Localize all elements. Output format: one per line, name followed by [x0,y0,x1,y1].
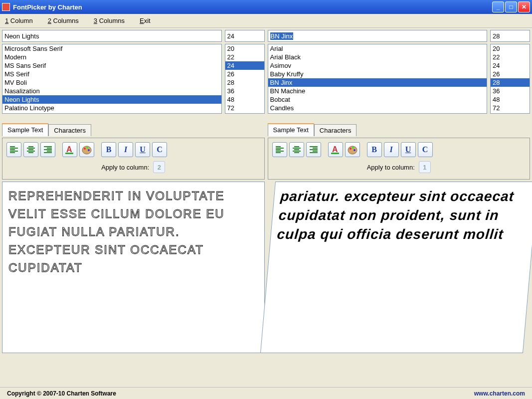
list-item[interactable]: 24 [225,61,264,70]
case-button[interactable]: C [152,142,167,157]
list-item[interactable]: Asimov [268,61,487,70]
svg-rect-28 [294,149,299,150]
svg-rect-12 [44,149,52,150]
list-item[interactable]: 48 [225,95,264,104]
list-item[interactable]: Arial [268,44,487,53]
menu-exit[interactable]: Exit [140,17,151,24]
list-item[interactable]: Candles [268,104,487,112]
list-item[interactable]: 48 [491,95,530,104]
font-color-icon[interactable]: A [62,142,77,157]
apply-label: Apply to column: [367,164,415,171]
svg-rect-33 [310,149,318,150]
list-item[interactable]: 26 [491,70,530,78]
svg-rect-8 [27,151,35,152]
list-item[interactable]: 22 [225,53,264,61]
svg-text:A: A [66,145,72,154]
italic-button[interactable]: I [384,142,399,157]
font-color-icon[interactable]: A [328,142,343,157]
palette-icon[interactable] [79,142,94,157]
copyright-text: Copyright © 2007-10 Charten Software [7,390,474,397]
list-item[interactable]: Palatino Linotype [2,104,221,112]
list-item[interactable]: Neon Lights [2,95,221,104]
list-item[interactable]: BN Jinx [268,78,487,87]
tab-characters[interactable]: Characters [314,124,357,136]
svg-rect-0 [10,146,15,147]
svg-rect-6 [27,148,35,149]
list-item[interactable]: 26 [225,70,264,78]
italic-button[interactable]: I [118,142,133,157]
menu-2-columns[interactable]: 2 Columns [48,17,79,24]
list-item[interactable]: Arial Black [268,53,487,61]
close-button[interactable]: ✕ [518,1,530,12]
list-item[interactable]: 20 [491,44,530,53]
svg-rect-4 [10,152,15,153]
tab-characters[interactable]: Characters [48,124,91,136]
svg-point-18 [84,148,86,150]
preview-area[interactable]: reprehenderit in voluptate velit esse ci… [2,182,265,353]
svg-rect-27 [293,148,301,149]
list-item[interactable]: Baby Kruffy [268,70,487,78]
font-list[interactable]: ArialArial BlackAsimovBaby KruffyBN Jinx… [268,44,488,114]
svg-rect-29 [293,151,301,152]
svg-rect-16 [65,153,73,154]
website-url[interactable]: www.charten.com [474,390,525,397]
svg-rect-31 [310,146,318,147]
align-center-icon[interactable] [289,142,304,157]
underline-button[interactable]: U [135,142,150,157]
menu-3-columns[interactable]: 3 Columns [94,17,125,24]
window-title: FontPicker by Charten [13,3,492,11]
minimize-button[interactable]: _ [492,1,504,12]
list-item[interactable]: 22 [491,53,530,61]
list-item[interactable]: 72 [225,104,264,112]
size-list[interactable]: 2022242628364872 [225,44,265,114]
svg-rect-3 [10,151,18,152]
maximize-button[interactable]: □ [505,1,517,12]
align-right-icon[interactable] [40,142,55,157]
list-item[interactable]: 36 [491,87,530,95]
tab-sample-text[interactable]: Sample Text [268,123,314,136]
bold-button[interactable]: B [367,142,382,157]
svg-point-19 [86,147,88,149]
svg-rect-1 [10,148,18,149]
list-item[interactable]: Microsoft Sans Serif [2,44,221,53]
case-button[interactable]: C [418,142,433,157]
align-left-icon[interactable] [272,142,287,157]
align-right-icon[interactable] [306,142,321,157]
list-item[interactable]: Nasalization [2,87,221,95]
list-item[interactable]: 28 [491,78,530,87]
list-item[interactable]: Bobcat [268,95,487,104]
list-item[interactable]: MS Serif [2,70,221,78]
svg-rect-37 [331,153,339,154]
list-item[interactable]: 72 [491,104,530,112]
svg-rect-14 [44,152,52,153]
font-list[interactable]: Microsoft Sans SerifModernMS Sans SerifM… [2,44,222,114]
palette-icon[interactable] [345,142,360,157]
svg-rect-35 [310,152,318,153]
font-size-input[interactable] [490,30,530,42]
align-center-icon[interactable] [23,142,38,157]
svg-point-41 [354,149,355,151]
size-list[interactable]: 2022242628364872 [490,44,530,114]
list-item[interactable]: Modern [2,53,221,61]
list-item[interactable]: 28 [225,78,264,87]
font-name-input[interactable]: BN Jinx [268,30,488,42]
menu-1-column[interactable]: 1 Column [5,17,33,24]
font-size-input[interactable] [225,30,265,42]
apply-column-button[interactable]: 2 [153,161,165,173]
list-item[interactable]: BN Machine [268,87,487,95]
bold-button[interactable]: B [101,142,116,157]
list-item[interactable]: MV Boli [2,78,221,87]
svg-rect-10 [44,146,52,147]
preview-area[interactable]: pariatur. Excepteur sint occaecat cupida… [260,182,532,353]
list-item[interactable]: 20 [225,44,264,53]
svg-rect-11 [47,148,52,149]
list-item[interactable]: 24 [491,61,530,70]
apply-column-button[interactable]: 1 [419,161,431,173]
svg-rect-9 [28,152,33,153]
font-name-input[interactable] [2,30,222,42]
list-item[interactable]: MS Sans Serif [2,61,221,70]
tab-sample-text[interactable]: Sample Text [2,123,48,136]
underline-button[interactable]: U [401,142,416,157]
align-left-icon[interactable] [6,142,21,157]
list-item[interactable]: 36 [225,87,264,95]
